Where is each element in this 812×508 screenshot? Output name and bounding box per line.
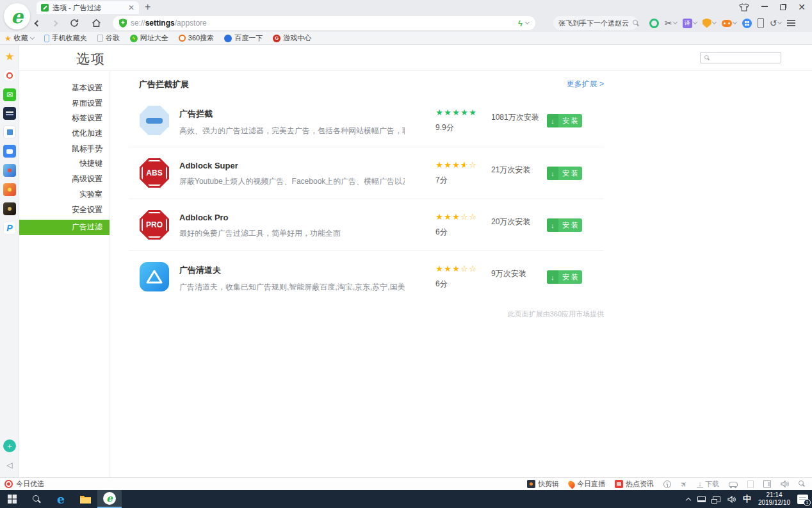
menu-item-lab[interactable]: 实验室	[19, 187, 110, 202]
install-button[interactable]: ↓安 装	[547, 114, 582, 127]
game-app-2-icon[interactable]	[3, 183, 16, 196]
url-text[interactable]: se://settings/appstore	[131, 19, 207, 28]
bookmark-site-nav[interactable]: ϟ网址大全	[130, 33, 168, 43]
weibo-icon[interactable]	[3, 69, 16, 82]
dark-app-icon[interactable]	[3, 107, 16, 120]
menu-item-optimize[interactable]: 优化加速	[19, 126, 110, 142]
boost-button[interactable]: ✈	[681, 480, 687, 489]
quick-clip-button[interactable]: 快剪辑	[527, 479, 559, 489]
chat-bubble-shape	[6, 149, 13, 154]
browser-logo[interactable]: e	[4, 3, 30, 29]
menu-item-advanced[interactable]: 高级设置	[19, 172, 110, 187]
install-count: 20万次安装	[491, 217, 541, 227]
restore-button[interactable]	[780, 4, 786, 10]
messenger-icon[interactable]	[3, 145, 16, 158]
hot-news-button[interactable]: 热点资讯	[615, 479, 654, 489]
tab-options[interactable]: 选项 - 广告过滤 ✕	[37, 1, 139, 14]
speed-flash-icon[interactable]: ϟ	[518, 19, 523, 28]
security-shield-icon[interactable]	[702, 19, 716, 28]
menu-item-security[interactable]: 安全设置	[19, 202, 110, 218]
install-button[interactable]: ↓安 装	[547, 167, 582, 180]
mail-icon[interactable]: ✉	[3, 88, 16, 101]
quick-search-box[interactable]: 张飞到手下一个送赵云	[553, 16, 638, 30]
bookmark-game-center[interactable]: G游戏中心	[273, 33, 311, 43]
install-button[interactable]: ↓安 装	[547, 270, 582, 284]
ad-cleaner-extension-icon	[140, 262, 169, 291]
home-icon[interactable]	[92, 19, 101, 28]
notes-app-icon[interactable]	[3, 126, 16, 138]
hot-news-icon	[615, 480, 623, 488]
menu-item-mouse-gesture[interactable]: 鼠标手势	[19, 142, 110, 157]
download-manager-button[interactable]: ↓下载	[697, 479, 719, 489]
menu-item-interface[interactable]: 界面设置	[19, 96, 110, 111]
rocket-icon: ✈	[678, 479, 689, 489]
game-app-3-icon[interactable]	[3, 202, 16, 215]
adblock-ring-icon[interactable]	[649, 19, 659, 28]
screenshot-scissors-icon[interactable]: ✂	[665, 19, 677, 28]
favorites-button[interactable]: ★收藏	[4, 33, 34, 43]
pp-video-icon[interactable]: P	[3, 222, 16, 234]
taskbar-search-button[interactable]	[24, 490, 49, 508]
tab-close-icon[interactable]: ✕	[128, 4, 134, 12]
add-app-icon[interactable]: +	[3, 439, 16, 452]
start-button[interactable]	[0, 490, 24, 508]
recently-closed-icon[interactable]: ↺	[770, 19, 782, 28]
site-shield-icon[interactable]	[119, 19, 127, 28]
main-menu-icon[interactable]	[787, 20, 795, 26]
quick-clip-label: 快剪辑	[538, 479, 559, 489]
install-count: 9万次安装	[491, 268, 541, 279]
refresh-icon[interactable]	[70, 19, 79, 28]
taskbar-explorer-button[interactable]	[73, 490, 97, 508]
install-label: 安 装	[558, 168, 582, 178]
tray-expand-icon[interactable]	[686, 497, 691, 502]
translate-icon[interactable]: 译	[683, 19, 697, 28]
more-extensions-link[interactable]: 更多扩展 >	[567, 79, 604, 90]
menu-item-shortcuts[interactable]: 快捷键	[19, 156, 110, 172]
flash-caret-icon[interactable]	[525, 20, 530, 24]
mobile-assistant-icon[interactable]	[758, 18, 764, 28]
menu-item-basic[interactable]: 基本设置	[19, 81, 110, 96]
close-button[interactable]: ✕	[798, 3, 806, 12]
bookmark-360-search[interactable]: 360搜索	[179, 33, 214, 43]
daily-picks-button[interactable]: 今日优选	[4, 479, 44, 489]
forward-icon[interactable]	[52, 20, 58, 26]
car-mode-button[interactable]	[729, 482, 738, 487]
undo-glyph: ↺	[770, 19, 777, 28]
taskbar-edge-button[interactable]: e	[49, 490, 73, 508]
favorites-star-icon[interactable]: ★	[3, 50, 16, 63]
game-center-icon[interactable]	[722, 20, 736, 27]
network-icon[interactable]	[713, 496, 720, 502]
address-bar[interactable]: se://settings/appstore ϟ	[113, 16, 535, 30]
section-title: 广告拦截扩展	[139, 79, 189, 90]
menu-item-ad-filter[interactable]: 广告过滤	[19, 220, 110, 235]
today-live-button[interactable]: 今日直播	[569, 479, 605, 489]
settings-search-box[interactable]	[700, 52, 781, 63]
settings-search-input[interactable]	[713, 54, 777, 61]
taskbar-clock[interactable]: 21:14 2019/12/10	[758, 491, 790, 507]
quick-search-value[interactable]: 张飞到手下一个送赵云	[558, 19, 629, 28]
ime-indicator[interactable]: 中	[743, 493, 751, 505]
app-market-icon[interactable]	[742, 19, 752, 28]
history-button[interactable]	[663, 480, 671, 488]
page-icon	[747, 480, 754, 488]
back-icon[interactable]	[35, 20, 41, 26]
new-tab-button[interactable]: +	[145, 1, 150, 13]
page-zoom-button[interactable]	[799, 480, 806, 488]
minimize-button[interactable]	[761, 6, 768, 7]
install-button[interactable]: ↓安 装	[547, 218, 582, 232]
mute-button[interactable]	[781, 480, 789, 488]
search-icon[interactable]	[633, 20, 640, 27]
bookmark-baidu[interactable]: 百度一下	[224, 33, 263, 43]
skin-icon[interactable]	[739, 3, 749, 12]
menu-item-tabs[interactable]: 标签设置	[19, 111, 110, 126]
battery-icon[interactable]	[697, 496, 706, 502]
action-center-icon[interactable]: 1	[797, 495, 808, 504]
reading-mode-button[interactable]	[763, 480, 771, 488]
volume-icon[interactable]	[727, 496, 736, 503]
taskbar-360browser-button[interactable]: e	[97, 490, 122, 508]
bookmark-mobile-favorites[interactable]: 手机收藏夹	[44, 33, 87, 43]
collapse-sidebar-icon[interactable]: ◁	[3, 459, 16, 471]
game-app-1-icon[interactable]	[3, 164, 16, 177]
bookmark-google[interactable]: 谷歌	[97, 33, 120, 43]
page-save-button[interactable]	[747, 480, 754, 488]
